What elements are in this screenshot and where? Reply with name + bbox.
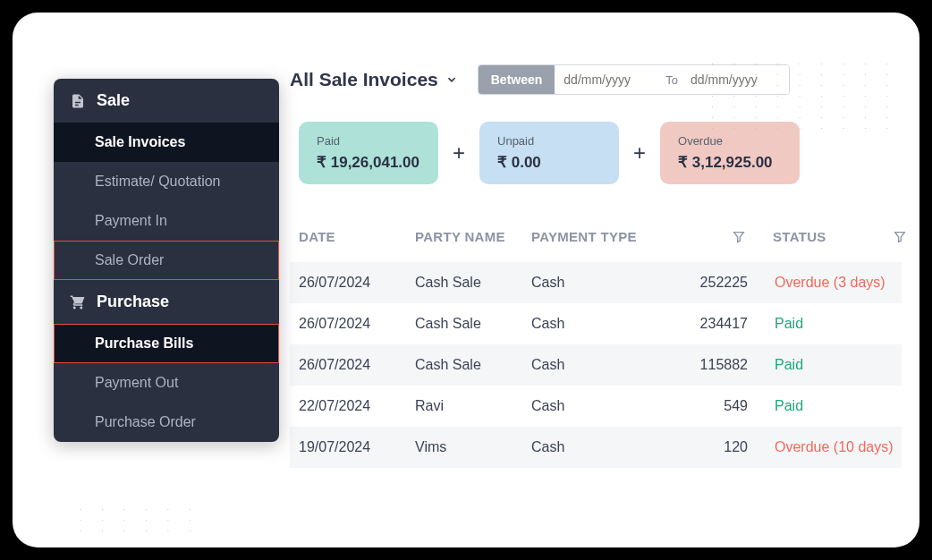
cell-payment-type: Cash (531, 275, 683, 291)
cell-status: Overdue (10 days) (773, 439, 925, 455)
sidebar: Sale Sale Invoices Estimate/ Quotation P… (54, 79, 279, 442)
cell-party: Cash Sale (415, 357, 531, 373)
cell-status: Overdue (3 days) (773, 275, 925, 291)
cell-status: Paid (773, 398, 925, 414)
filter-icon (732, 230, 746, 244)
cell-amount: 252225 (683, 275, 773, 291)
sidebar-item-payment-out[interactable]: Payment Out (54, 363, 279, 403)
column-party-name[interactable]: PARTY NAME (415, 229, 531, 244)
cell-payment-type: Cash (531, 439, 683, 455)
table-row[interactable]: 26/07/2024Cash SaleCash252225Overdue (3 … (290, 262, 902, 303)
page-title-dropdown[interactable]: All Sale Invoices (290, 69, 458, 90)
sidebar-header-sale-label: Sale (97, 91, 130, 110)
document-icon (70, 93, 86, 109)
sidebar-header-purchase[interactable]: Purchase (54, 280, 279, 324)
cart-icon (70, 294, 86, 310)
cell-date: 26/07/2024 (299, 275, 415, 291)
filter-icon (893, 230, 907, 244)
cell-payment-type: Cash (531, 398, 683, 414)
column-payment-type[interactable]: PAYMENT TYPE (531, 229, 683, 244)
decorative-dots-top-right: · · · · · · · · · · · · · · · · · · · · … (711, 59, 897, 134)
summary-unpaid-value: ₹ 0.00 (497, 153, 601, 172)
sidebar-header-sale[interactable]: Sale (54, 79, 279, 123)
cell-amount: 549 (683, 398, 773, 414)
sidebar-item-payment-in[interactable]: Payment In (54, 201, 279, 241)
plus-icon: + (626, 140, 653, 165)
date-from-input[interactable] (555, 65, 662, 94)
summary-paid-label: Paid (317, 134, 420, 148)
column-status[interactable]: STATUS (773, 229, 925, 244)
cell-amount: 234417 (683, 316, 773, 332)
summary-unpaid-label: Unpaid (497, 134, 601, 148)
table-row[interactable]: 19/07/2024VimsCash120Overdue (10 days) (290, 427, 902, 468)
between-button[interactable]: Between (479, 65, 555, 94)
decorative-dots-bottom-left: · · · · · · · · · · · · · · · · · · (80, 505, 199, 537)
sidebar-item-sale-order[interactable]: Sale Order (54, 241, 279, 280)
cell-date: 26/07/2024 (299, 316, 415, 332)
summary-overdue-value: ₹ 3,12,925.00 (678, 153, 782, 172)
cell-party: Cash Sale (415, 275, 531, 291)
table-header: DATE PARTY NAME PAYMENT TYPE STATUS (290, 216, 902, 262)
sidebar-item-sale-invoices[interactable]: Sale Invoices (54, 123, 279, 162)
cell-status: Paid (773, 316, 925, 332)
sidebar-header-purchase-label: Purchase (97, 293, 169, 311)
table-row[interactable]: 26/07/2024Cash SaleCash234417Paid (290, 303, 902, 344)
summary-overdue-label: Overdue (678, 134, 782, 148)
cell-date: 19/07/2024 (299, 439, 415, 455)
summary-card-paid[interactable]: Paid ₹ 19,26,041.00 (299, 122, 438, 184)
cell-party: Vims (415, 439, 531, 455)
sidebar-item-purchase-bills[interactable]: Purchase Bills (54, 324, 279, 363)
invoice-table: DATE PARTY NAME PAYMENT TYPE STATUS 26/0… (290, 216, 902, 468)
cell-amount: 120 (683, 439, 773, 455)
plus-icon: + (445, 140, 472, 165)
cell-amount: 115882 (683, 357, 773, 373)
cell-party: Ravi (415, 398, 531, 414)
summary-card-unpaid[interactable]: Unpaid ₹ 0.00 (479, 122, 619, 184)
cell-date: 26/07/2024 (299, 357, 415, 373)
to-label: To (662, 73, 682, 87)
page-title: All Sale Invoices (290, 69, 438, 90)
cell-payment-type: Cash (531, 357, 683, 373)
sidebar-item-purchase-order[interactable]: Purchase Order (54, 403, 279, 442)
table-row[interactable]: 22/07/2024RaviCash549Paid (290, 386, 902, 427)
chevron-down-icon (445, 73, 458, 86)
table-row[interactable]: 26/07/2024Cash SaleCash115882Paid (290, 344, 902, 386)
cell-payment-type: Cash (531, 316, 683, 332)
cell-status: Paid (773, 357, 925, 373)
sidebar-item-estimate-quotation[interactable]: Estimate/ Quotation (54, 162, 279, 201)
column-amount-filter[interactable] (683, 230, 773, 244)
summary-paid-value: ₹ 19,26,041.00 (317, 153, 420, 172)
column-date[interactable]: DATE (299, 229, 415, 244)
cell-party: Cash Sale (415, 316, 531, 332)
cell-date: 22/07/2024 (299, 398, 415, 414)
